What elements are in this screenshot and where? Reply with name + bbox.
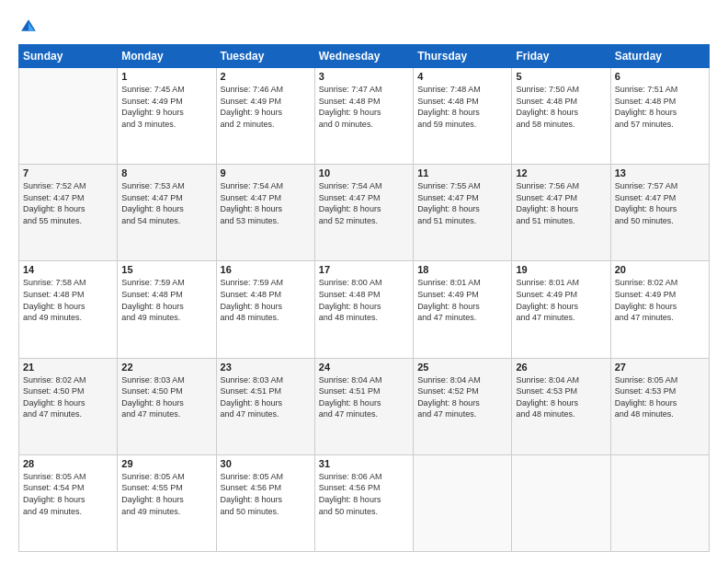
calendar-cell: 24Sunrise: 8:04 AM Sunset: 4:51 PM Dayli… bbox=[314, 358, 413, 454]
cell-info: Sunrise: 8:01 AM Sunset: 4:49 PM Dayligh… bbox=[516, 277, 606, 323]
day-number: 2 bbox=[221, 71, 311, 82]
calendar-cell: 21Sunrise: 8:02 AM Sunset: 4:50 PM Dayli… bbox=[19, 358, 118, 454]
calendar-cell: 29Sunrise: 8:05 AM Sunset: 4:55 PM Dayli… bbox=[118, 454, 216, 551]
cell-info: Sunrise: 8:04 AM Sunset: 4:53 PM Dayligh… bbox=[516, 374, 606, 420]
cell-info: Sunrise: 7:57 AM Sunset: 4:47 PM Dayligh… bbox=[615, 180, 705, 226]
calendar-cell: 17Sunrise: 8:00 AM Sunset: 4:48 PM Dayli… bbox=[314, 261, 413, 358]
calendar-week-row: 28Sunrise: 8:05 AM Sunset: 4:54 PM Dayli… bbox=[19, 454, 710, 551]
day-number: 13 bbox=[615, 167, 705, 178]
day-number: 16 bbox=[221, 264, 311, 275]
day-number: 31 bbox=[319, 458, 409, 469]
calendar-cell: 4Sunrise: 7:48 AM Sunset: 4:48 PM Daylig… bbox=[414, 68, 512, 165]
calendar-cell: 20Sunrise: 8:02 AM Sunset: 4:49 PM Dayli… bbox=[610, 261, 709, 358]
calendar-cell: 30Sunrise: 8:05 AM Sunset: 4:56 PM Dayli… bbox=[216, 454, 314, 551]
calendar-cell: 19Sunrise: 8:01 AM Sunset: 4:49 PM Dayli… bbox=[512, 261, 610, 358]
calendar-week-row: 14Sunrise: 7:58 AM Sunset: 4:48 PM Dayli… bbox=[19, 261, 710, 358]
day-number: 27 bbox=[615, 362, 705, 373]
cell-info: Sunrise: 8:03 AM Sunset: 4:51 PM Dayligh… bbox=[221, 374, 311, 420]
calendar-cell bbox=[512, 454, 610, 551]
weekday-header: Tuesday bbox=[216, 45, 314, 68]
day-number: 1 bbox=[121, 71, 211, 82]
calendar-cell: 2Sunrise: 7:46 AM Sunset: 4:49 PM Daylig… bbox=[216, 68, 314, 165]
day-number: 23 bbox=[221, 362, 311, 373]
cell-info: Sunrise: 7:59 AM Sunset: 4:48 PM Dayligh… bbox=[221, 277, 311, 323]
logo bbox=[18, 17, 42, 37]
calendar-cell: 26Sunrise: 8:04 AM Sunset: 4:53 PM Dayli… bbox=[512, 358, 610, 454]
calendar-cell: 13Sunrise: 7:57 AM Sunset: 4:47 PM Dayli… bbox=[610, 165, 709, 261]
calendar-cell: 14Sunrise: 7:58 AM Sunset: 4:48 PM Dayli… bbox=[19, 261, 118, 358]
cell-info: Sunrise: 8:05 AM Sunset: 4:56 PM Dayligh… bbox=[221, 471, 311, 517]
calendar-cell: 11Sunrise: 7:55 AM Sunset: 4:47 PM Dayli… bbox=[414, 165, 512, 261]
cell-info: Sunrise: 8:06 AM Sunset: 4:56 PM Dayligh… bbox=[319, 471, 409, 517]
day-number: 22 bbox=[121, 362, 211, 373]
day-number: 20 bbox=[615, 264, 705, 275]
calendar-header-row: SundayMondayTuesdayWednesdayThursdayFrid… bbox=[19, 45, 710, 68]
cell-info: Sunrise: 7:54 AM Sunset: 4:47 PM Dayligh… bbox=[319, 180, 409, 226]
header bbox=[18, 17, 710, 37]
calendar-cell: 3Sunrise: 7:47 AM Sunset: 4:48 PM Daylig… bbox=[314, 68, 413, 165]
day-number: 12 bbox=[516, 167, 606, 178]
cell-info: Sunrise: 7:46 AM Sunset: 4:49 PM Dayligh… bbox=[221, 84, 311, 130]
cell-info: Sunrise: 8:03 AM Sunset: 4:50 PM Dayligh… bbox=[121, 374, 211, 420]
day-number: 5 bbox=[516, 71, 606, 82]
cell-info: Sunrise: 8:02 AM Sunset: 4:49 PM Dayligh… bbox=[615, 277, 705, 323]
cell-info: Sunrise: 7:52 AM Sunset: 4:47 PM Dayligh… bbox=[23, 180, 113, 226]
calendar-week-row: 7Sunrise: 7:52 AM Sunset: 4:47 PM Daylig… bbox=[19, 165, 710, 261]
day-number: 24 bbox=[319, 362, 409, 373]
calendar-cell: 10Sunrise: 7:54 AM Sunset: 4:47 PM Dayli… bbox=[314, 165, 413, 261]
cell-info: Sunrise: 8:05 AM Sunset: 4:53 PM Dayligh… bbox=[615, 374, 705, 420]
cell-info: Sunrise: 7:45 AM Sunset: 4:49 PM Dayligh… bbox=[121, 84, 211, 130]
day-number: 14 bbox=[23, 264, 113, 275]
calendar-cell: 9Sunrise: 7:54 AM Sunset: 4:47 PM Daylig… bbox=[216, 165, 314, 261]
day-number: 10 bbox=[319, 167, 409, 178]
cell-info: Sunrise: 7:48 AM Sunset: 4:48 PM Dayligh… bbox=[417, 84, 507, 130]
day-number: 7 bbox=[23, 167, 113, 178]
weekday-header: Saturday bbox=[610, 45, 709, 68]
calendar-cell: 22Sunrise: 8:03 AM Sunset: 4:50 PM Dayli… bbox=[118, 358, 216, 454]
page: SundayMondayTuesdayWednesdayThursdayFrid… bbox=[0, 0, 728, 563]
calendar-cell: 12Sunrise: 7:56 AM Sunset: 4:47 PM Dayli… bbox=[512, 165, 610, 261]
cell-info: Sunrise: 8:04 AM Sunset: 4:52 PM Dayligh… bbox=[417, 374, 507, 420]
day-number: 9 bbox=[221, 167, 311, 178]
weekday-header: Friday bbox=[512, 45, 610, 68]
calendar-cell: 5Sunrise: 7:50 AM Sunset: 4:48 PM Daylig… bbox=[512, 68, 610, 165]
cell-info: Sunrise: 8:01 AM Sunset: 4:49 PM Dayligh… bbox=[417, 277, 507, 323]
cell-info: Sunrise: 8:02 AM Sunset: 4:50 PM Dayligh… bbox=[23, 374, 113, 420]
calendar-cell: 31Sunrise: 8:06 AM Sunset: 4:56 PM Dayli… bbox=[314, 454, 413, 551]
cell-info: Sunrise: 7:53 AM Sunset: 4:47 PM Dayligh… bbox=[121, 180, 211, 226]
calendar-cell: 18Sunrise: 8:01 AM Sunset: 4:49 PM Dayli… bbox=[414, 261, 512, 358]
calendar-cell: 23Sunrise: 8:03 AM Sunset: 4:51 PM Dayli… bbox=[216, 358, 314, 454]
calendar-cell: 25Sunrise: 8:04 AM Sunset: 4:52 PM Dayli… bbox=[414, 358, 512, 454]
day-number: 21 bbox=[23, 362, 113, 373]
cell-info: Sunrise: 7:55 AM Sunset: 4:47 PM Dayligh… bbox=[417, 180, 507, 226]
day-number: 6 bbox=[615, 71, 705, 82]
weekday-header: Sunday bbox=[19, 45, 118, 68]
calendar-cell bbox=[414, 454, 512, 551]
weekday-header: Thursday bbox=[414, 45, 512, 68]
day-number: 29 bbox=[121, 458, 211, 469]
cell-info: Sunrise: 7:51 AM Sunset: 4:48 PM Dayligh… bbox=[615, 84, 705, 130]
day-number: 28 bbox=[23, 458, 113, 469]
calendar-cell: 15Sunrise: 7:59 AM Sunset: 4:48 PM Dayli… bbox=[118, 261, 216, 358]
cell-info: Sunrise: 7:47 AM Sunset: 4:48 PM Dayligh… bbox=[319, 84, 409, 130]
day-number: 17 bbox=[319, 264, 409, 275]
day-number: 11 bbox=[417, 167, 507, 178]
cell-info: Sunrise: 8:00 AM Sunset: 4:48 PM Dayligh… bbox=[319, 277, 409, 323]
calendar-cell: 7Sunrise: 7:52 AM Sunset: 4:47 PM Daylig… bbox=[19, 165, 118, 261]
weekday-header: Monday bbox=[118, 45, 216, 68]
day-number: 25 bbox=[417, 362, 507, 373]
calendar-cell: 6Sunrise: 7:51 AM Sunset: 4:48 PM Daylig… bbox=[610, 68, 709, 165]
cell-info: Sunrise: 7:54 AM Sunset: 4:47 PM Dayligh… bbox=[221, 180, 311, 226]
cell-info: Sunrise: 8:04 AM Sunset: 4:51 PM Dayligh… bbox=[319, 374, 409, 420]
calendar-cell: 28Sunrise: 8:05 AM Sunset: 4:54 PM Dayli… bbox=[19, 454, 118, 551]
day-number: 19 bbox=[516, 264, 606, 275]
day-number: 4 bbox=[417, 71, 507, 82]
calendar-cell bbox=[19, 68, 118, 165]
calendar-cell bbox=[610, 454, 709, 551]
calendar-cell: 8Sunrise: 7:53 AM Sunset: 4:47 PM Daylig… bbox=[118, 165, 216, 261]
calendar-cell: 1Sunrise: 7:45 AM Sunset: 4:49 PM Daylig… bbox=[118, 68, 216, 165]
calendar-cell: 27Sunrise: 8:05 AM Sunset: 4:53 PM Dayli… bbox=[610, 358, 709, 454]
cell-info: Sunrise: 8:05 AM Sunset: 4:54 PM Dayligh… bbox=[23, 471, 113, 517]
cell-info: Sunrise: 7:58 AM Sunset: 4:48 PM Dayligh… bbox=[23, 277, 113, 323]
calendar-week-row: 21Sunrise: 8:02 AM Sunset: 4:50 PM Dayli… bbox=[19, 358, 710, 454]
